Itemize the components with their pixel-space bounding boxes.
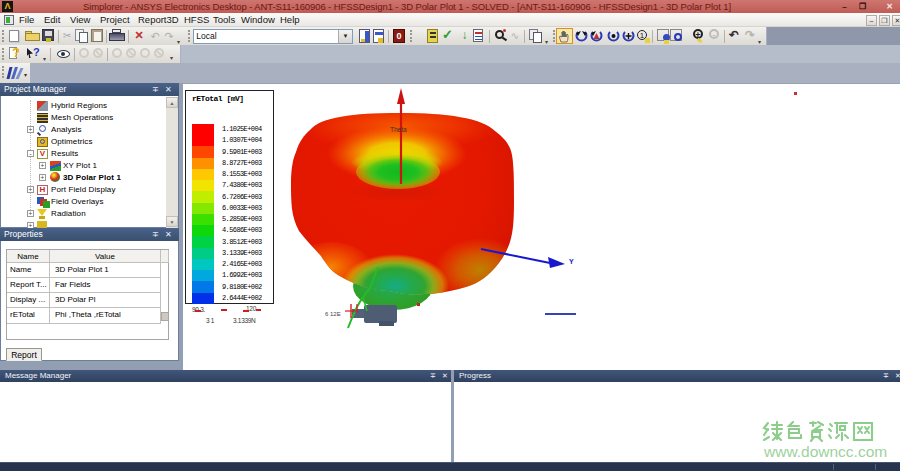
svg-text:6 12E: 6 12E xyxy=(325,311,341,317)
svg-text:Theta: Theta xyxy=(390,126,407,133)
svg-text:Y: Y xyxy=(569,258,574,265)
